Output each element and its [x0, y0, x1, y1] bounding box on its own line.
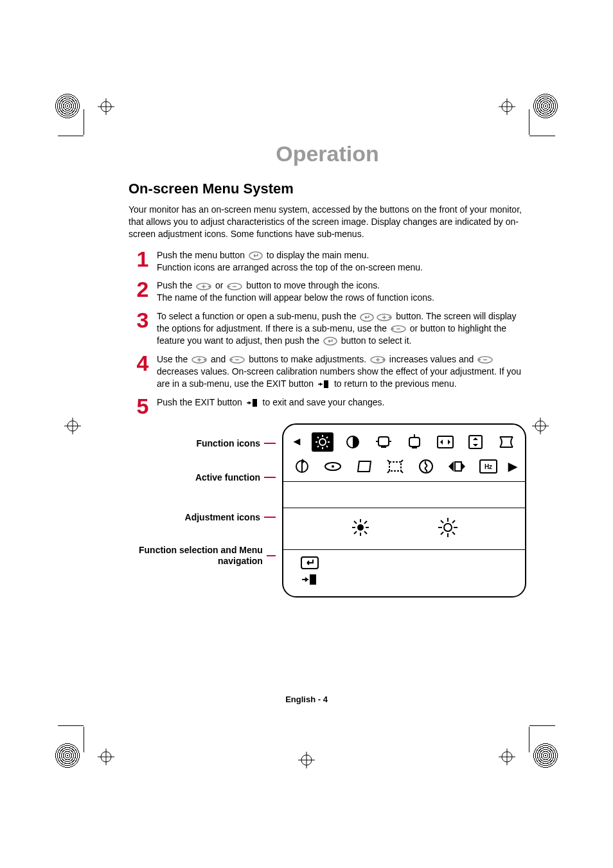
step-2: 2Push the or button to move through the …: [129, 278, 526, 304]
brightness-icon: [312, 432, 333, 452]
step-4: 4Use the and buttons to make adjustments…: [129, 352, 526, 390]
brightness-high-icon: [438, 517, 458, 540]
enter-button-icon: [323, 337, 337, 346]
svg-line-90: [441, 532, 443, 535]
osd-adjustment-row: [291, 512, 517, 545]
registration-mark-icon: [499, 98, 515, 115]
minus-button-icon: [229, 356, 245, 364]
page-footer: English - 4: [0, 695, 613, 704]
svg-rect-60: [409, 438, 420, 447]
parallelogram-icon: [353, 457, 375, 476]
osd-active-function-row: [291, 486, 517, 504]
diagram-label-adjustment-icons: Adjustment icons: [185, 512, 260, 522]
svg-line-91: [452, 520, 455, 523]
brightness-low-icon: [351, 518, 370, 540]
svg-line-80: [364, 531, 367, 534]
tilt-icon: [322, 457, 344, 476]
osd-function-icons-row-1: ◄: [291, 431, 517, 453]
registration-mark-icon: [532, 418, 549, 434]
osd-panel: ◄ Hz ▶: [282, 423, 526, 598]
svg-rect-45: [253, 399, 257, 407]
svg-rect-44: [324, 380, 328, 388]
step-text: Push the EXIT button to exit and save yo…: [157, 395, 385, 409]
enter-button-icon: [300, 556, 319, 569]
crop-mark: [529, 725, 555, 726]
left-arrow-icon: ◄: [291, 435, 303, 448]
svg-point-68: [332, 465, 334, 468]
svg-rect-61: [412, 447, 417, 448]
osd-divider: [283, 508, 525, 508]
step-3: 3To select a function or open a sub-menu…: [129, 309, 526, 347]
plus-button-icon: [196, 283, 211, 290]
registration-mark-icon: [499, 748, 515, 765]
minus-button-icon: [477, 356, 493, 364]
callout-line: [264, 443, 276, 444]
h-position-icon: [434, 432, 456, 452]
registration-mark-icon: [64, 418, 81, 434]
plus-button-icon: [377, 314, 392, 321]
svg-point-74: [357, 524, 364, 531]
degauss-icon: [415, 457, 437, 476]
zoom-icon: [384, 457, 406, 476]
svg-line-52: [326, 446, 328, 447]
svg-line-81: [354, 531, 357, 534]
svg-rect-69: [389, 462, 401, 471]
svg-rect-63: [438, 436, 453, 448]
plus-button-icon: [370, 356, 386, 364]
svg-text:Hz: Hz: [484, 463, 492, 470]
minus-button-icon: [391, 325, 406, 333]
minus-button-icon: [227, 283, 242, 290]
crop-mark: [84, 727, 84, 752]
svg-line-51: [317, 437, 319, 438]
svg-line-53: [317, 446, 319, 447]
svg-rect-71: [455, 462, 461, 471]
svg-line-88: [441, 520, 443, 523]
svg-point-46: [319, 439, 326, 445]
crop-mark: [529, 109, 529, 135]
registration-rosette-icon: [55, 743, 80, 768]
registration-mark-icon: [98, 748, 114, 765]
page-title: Operation: [129, 141, 526, 166]
h-size-icon: [373, 432, 395, 452]
v-position-icon: [465, 432, 486, 452]
registration-rosette-icon: [55, 93, 80, 119]
callout-line: [264, 477, 276, 478]
svg-line-89: [452, 532, 455, 535]
rotation-icon: [291, 457, 313, 476]
svg-rect-93: [310, 574, 316, 585]
svg-line-54: [326, 437, 328, 438]
registration-rosette-icon: [533, 93, 558, 119]
svg-rect-57: [381, 447, 386, 448]
callout-line: [267, 555, 276, 556]
osd-divider: [283, 481, 525, 482]
svg-line-82: [364, 521, 367, 524]
plus-button-icon: [191, 356, 207, 364]
diagram-label-function-nav: Function selection and Menu navigation: [129, 545, 263, 565]
pincushion-icon: [495, 432, 517, 452]
diagram-label-function-icons: Function icons: [196, 438, 260, 448]
step-5: 5Push the EXIT button to exit and save y…: [129, 395, 526, 417]
crop-mark: [58, 136, 84, 136]
moire-icon: [446, 457, 468, 476]
registration-mark-icon: [98, 98, 114, 115]
step-number: 1: [129, 248, 157, 270]
step-number: 5: [129, 395, 157, 417]
step-text: Use the and buttons to make adjustments.…: [157, 352, 526, 390]
svg-line-79: [354, 521, 357, 524]
crop-mark: [529, 727, 529, 752]
exit-button-icon: [300, 573, 319, 586]
section-heading: On-screen Menu System: [129, 181, 526, 197]
enter-button-icon: [249, 251, 263, 260]
contrast-icon: [342, 432, 364, 452]
step-number: 3: [129, 309, 157, 331]
osd-navigation-row: [291, 554, 517, 589]
registration-rosette-icon: [533, 743, 558, 768]
v-size-icon: [404, 432, 425, 452]
step-text: Push the menu button to display the main…: [157, 248, 423, 274]
osd-function-icons-row-2: Hz ▶: [291, 456, 517, 477]
crop-mark: [84, 109, 84, 135]
step-text: To select a function or open a sub-menu,…: [157, 309, 526, 347]
step-text: Push the or button to move through the i…: [157, 278, 434, 304]
right-arrow-icon: ▶: [508, 459, 517, 474]
registration-mark-icon: [298, 752, 315, 768]
